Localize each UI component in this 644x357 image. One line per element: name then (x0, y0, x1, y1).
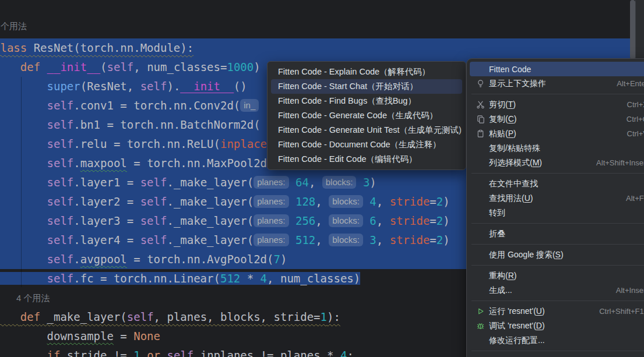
menu-item-find-usages[interactable]: 查找用法(U)Alt+F7 (470, 191, 644, 206)
code-line-content: self.bn1 = torch.nn.BatchNorm2d( (0, 118, 261, 131)
code-token: : (347, 349, 353, 357)
code-line-content: def __init__(self, num_classes=1000) (0, 61, 261, 73)
submenu-item-edit-code[interactable]: Fitten Code - Edit Code（编辑代码） (271, 152, 462, 167)
menu-item-show-context-actions[interactable]: 显示上下文操作Alt+Enter (470, 76, 644, 91)
code-line-content: downsample = None (0, 330, 160, 342)
code-token: self (140, 195, 167, 208)
menu-item-label: 调试 'resnet'(D) (489, 321, 545, 331)
menu-item-label: 复制(C) (489, 114, 516, 125)
menu-separator (471, 94, 644, 94)
code-token (0, 310, 20, 323)
menu-item-paste[interactable]: 粘贴(P)Ctrl+V (470, 126, 644, 141)
code-token: self (47, 176, 74, 189)
code-token: ._make_layer( (167, 195, 254, 208)
code-token: def (20, 310, 40, 323)
code-token: ._make_layer( (167, 234, 254, 246)
code-token: self (47, 118, 74, 131)
menu-item-copy[interactable]: 复制(C)Ctrl+C (470, 112, 644, 126)
code-line-content: if stride != 1 or self.inplanes != plane… (0, 349, 354, 357)
code-token (160, 349, 167, 357)
code-token: self (107, 61, 134, 73)
code-token: self (140, 80, 167, 93)
parameter-hint: blocks: (329, 195, 363, 208)
scissors-icon (475, 100, 485, 109)
submenu-item-generate-unit-test[interactable]: Fitten Code - Generate Unit Test（生成单元测试) (271, 123, 462, 137)
menu-item-label: 重构(R) (489, 271, 516, 281)
code-token (0, 99, 47, 112)
code-token: 6 (369, 214, 376, 227)
code-token: 3 (369, 234, 376, 246)
code-token: .layer1 = (73, 176, 140, 189)
code-token: ._make_layer( (167, 176, 254, 189)
menu-item-search-with-google[interactable]: 使用 Google 搜索(S) (470, 248, 644, 262)
parameter-hint: blocks: (329, 214, 363, 227)
menu-item-run-resnet[interactable]: 运行 'resnet'(U)Ctrl+Shift+F10 (470, 304, 644, 319)
code-token: 512 (220, 272, 240, 285)
code-line-content: self.maxpool = torch.nn.MaxPool2d( (0, 157, 273, 169)
menu-item-label: Fitten Code (489, 65, 531, 74)
code-token (0, 195, 47, 208)
code-token: 4 (369, 195, 376, 208)
paste-icon (475, 129, 485, 139)
code-token: self (47, 234, 74, 246)
code-line[interactable]: class ResNet(torch.nn.Module): (0, 38, 630, 58)
parameter-hint: blocks: (322, 176, 357, 189)
code-token (0, 253, 47, 266)
code-line-content: def _make_layer(self, planes, blocks, st… (0, 310, 340, 323)
menu-item-cut[interactable]: 剪切(T)Ctrl+X (470, 97, 644, 112)
code-token: ) (280, 253, 287, 266)
parameter-hint: planes: (254, 234, 288, 246)
code-token: ._make_layer( (167, 214, 254, 227)
code-token: , (315, 214, 329, 227)
code-token: , (315, 195, 329, 208)
menu-item-refactor[interactable]: 重构(R) (470, 268, 644, 283)
code-token: .layer2 = (73, 195, 140, 208)
code-token (363, 234, 369, 246)
code-token: 1 (133, 349, 140, 357)
code-token: = (430, 234, 436, 246)
parameter-hint: planes: (254, 195, 288, 208)
code-line-content: self.layer1 = self._make_layer(planes: 6… (0, 176, 376, 189)
menu-separator (471, 173, 644, 174)
code-line-content: class ResNet(torch.nn.Module): (0, 41, 193, 54)
submenu-item-start-chat[interactable]: Fitten Code - Start Chat（开始对话） (271, 79, 462, 94)
code-token: .layer3 = (73, 214, 140, 227)
submenu-item-generate-code[interactable]: Fitten Code - Generate Code（生成代码） (271, 108, 462, 123)
menu-item-fitten-code[interactable]: Fitten Code (470, 62, 644, 76)
menu-item-column-selection-mode[interactable]: 列选择模式(M)Alt+Shift+Insert (470, 155, 644, 170)
code-token: self (127, 310, 154, 323)
code-line-content: self.relu = torch.nn.ReLU(inplace= (0, 137, 273, 150)
menu-item-label: 剪切(T) (489, 100, 516, 110)
submenu-item-document-code[interactable]: Fitten Code - Document Code（生成注释） (271, 137, 462, 152)
code-token (0, 80, 47, 93)
editor-scrollbar[interactable] (630, 0, 635, 59)
menu-item-label: 使用 Google 搜索(S) (489, 250, 564, 260)
code-token: .bn1 = torch.nn.BatchNorm2d( (73, 118, 260, 131)
menu-item-folding[interactable]: 折叠 (470, 227, 644, 241)
menu-item-debug-resnet[interactable]: 调试 'resnet'(D) (470, 319, 644, 333)
code-token: 3 (363, 176, 369, 189)
menu-item-find-in-files[interactable]: 在文件中查找 (470, 176, 644, 191)
code-token: super (47, 80, 80, 93)
lightbulb-icon (475, 79, 485, 89)
code-token: = (430, 195, 436, 208)
menu-item-generate[interactable]: 生成...Alt+Insert (470, 283, 644, 298)
menu-item-go-to[interactable]: 转到 (470, 206, 644, 220)
code-token: . (73, 253, 80, 266)
code-token (289, 214, 295, 227)
menu-item-label: 粘贴(P) (489, 129, 516, 139)
submenu-item-find-bugs[interactable]: Fitten Code - Find Bugs（查找Bug） (271, 94, 462, 108)
code-token: __init__ (180, 80, 234, 93)
code-token: , (376, 195, 390, 208)
submenu-item-explain-code[interactable]: Fitten Code - Explain Code（解释代码） (271, 65, 462, 79)
menu-item-copy-paste-special[interactable]: 复制/粘贴特殊 (470, 141, 644, 155)
code-line-content: 4 个用法 (16, 293, 50, 303)
menu-item-modify-run-configuration[interactable]: 修改运行配置... (470, 333, 644, 348)
code-token: = (114, 330, 133, 342)
editor-context-menu: Fitten Code显示上下文操作Alt+Enter剪切(T)Ctrl+X复制… (466, 58, 644, 357)
code-token (0, 157, 47, 169)
code-token: = torch.nn.AvgPool2d( (127, 253, 274, 266)
usages-hint-top[interactable]: 个用法 (1, 21, 27, 32)
code-token (40, 61, 47, 73)
code-token: * (240, 272, 260, 285)
